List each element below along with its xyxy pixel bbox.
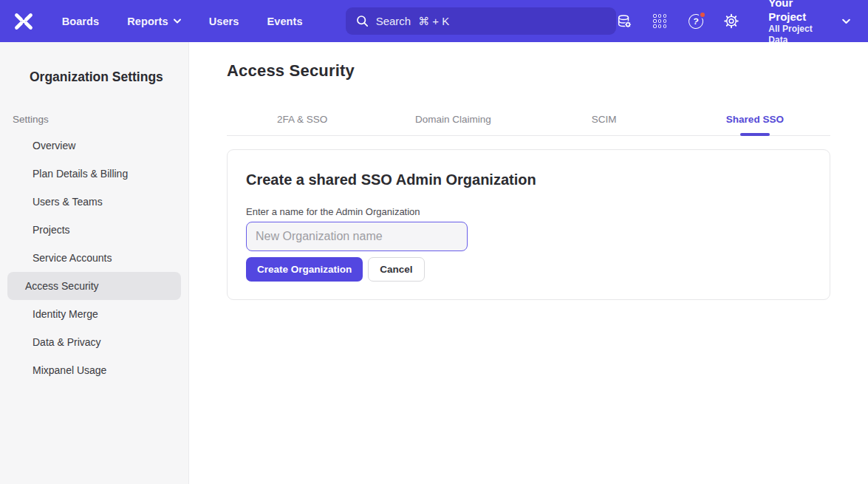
project-selector[interactable]: Your Project All Project Data (768, 0, 850, 46)
search-input[interactable]: Search ⌘ + K (346, 7, 616, 35)
main-content: Access Security 2FA & SSO Domain Claimin… (189, 42, 868, 484)
chevron-down-icon (842, 18, 850, 24)
nav-boards[interactable]: Boards (62, 16, 100, 27)
form-buttons: Create Organization Cancel (246, 257, 811, 282)
sidebar-item-plan-details-billing[interactable]: Plan Details & Billing (7, 160, 181, 188)
primary-nav: Boards Reports Users Events (62, 16, 303, 27)
project-name: Your Project (768, 0, 832, 24)
access-security-tabs: 2FA & SSO Domain Claiming SCIM Shared SS… (227, 103, 830, 136)
tab-2fa-sso[interactable]: 2FA & SSO (227, 103, 377, 135)
org-name-label: Enter a name for the Admin Organization (246, 206, 811, 217)
org-settings-sidebar: Organization Settings Settings Overview … (0, 42, 189, 484)
nav-users-label: Users (209, 16, 239, 27)
sidebar-items: Overview Plan Details & Billing Users & … (0, 132, 188, 384)
search-shortcut: ⌘ + K (418, 15, 449, 28)
create-shared-sso-card: Create a shared SSO Admin Organization E… (227, 149, 830, 300)
tab-2fa-sso-label: 2FA & SSO (277, 114, 327, 125)
apps-grid-icon[interactable] (652, 13, 668, 30)
topbar-actions: ? Your Project (616, 0, 868, 46)
chevron-down-icon (174, 18, 181, 24)
active-tab-underline (740, 133, 770, 136)
notification-dot (699, 11, 706, 18)
sidebar-item-mixpanel-usage[interactable]: Mixpanel Usage (7, 356, 181, 384)
tab-domain-claiming-label: Domain Claiming (415, 114, 491, 125)
sidebar-item-service-accounts[interactable]: Service Accounts (7, 244, 181, 272)
search-icon (356, 15, 369, 27)
new-organization-name-input[interactable] (246, 222, 468, 251)
tab-scim-label: SCIM (592, 114, 617, 125)
help-icon[interactable]: ? (688, 13, 703, 30)
cancel-button[interactable]: Cancel (368, 257, 424, 282)
top-nav-bar: Boards Reports Users Events Search ⌘ + K (0, 0, 868, 42)
nav-events-label: Events (267, 16, 303, 27)
sidebar-section-settings: Settings (0, 114, 188, 125)
sidebar-item-projects[interactable]: Projects (7, 216, 181, 244)
tab-scim[interactable]: SCIM (529, 103, 680, 135)
sidebar-item-identity-merge[interactable]: Identity Merge (7, 300, 181, 328)
mixpanel-logo-icon[interactable] (13, 11, 35, 31)
nav-boards-label: Boards (62, 16, 100, 27)
tab-shared-sso[interactable]: Shared SSO (680, 103, 830, 135)
tab-shared-sso-label: Shared SSO (726, 114, 784, 125)
settings-gear-icon[interactable] (723, 13, 739, 30)
sidebar-title: Organization Settings (0, 69, 188, 85)
nav-reports[interactable]: Reports (127, 16, 181, 27)
sidebar-item-access-security[interactable]: Access Security (7, 272, 181, 300)
page-title: Access Security (227, 61, 830, 81)
sidebar-item-users-teams[interactable]: Users & Teams (7, 188, 181, 216)
card-title: Create a shared SSO Admin Organization (246, 171, 811, 188)
nav-reports-label: Reports (127, 16, 168, 27)
nav-users[interactable]: Users (209, 16, 239, 27)
search-placeholder: Search (376, 15, 411, 27)
tab-domain-claiming[interactable]: Domain Claiming (377, 103, 528, 135)
sidebar-item-data-privacy[interactable]: Data & Privacy (7, 328, 181, 356)
data-management-icon[interactable] (616, 13, 632, 30)
nav-events[interactable]: Events (267, 16, 303, 27)
sidebar-item-overview[interactable]: Overview (7, 132, 181, 160)
create-organization-button[interactable]: Create Organization (246, 257, 363, 282)
